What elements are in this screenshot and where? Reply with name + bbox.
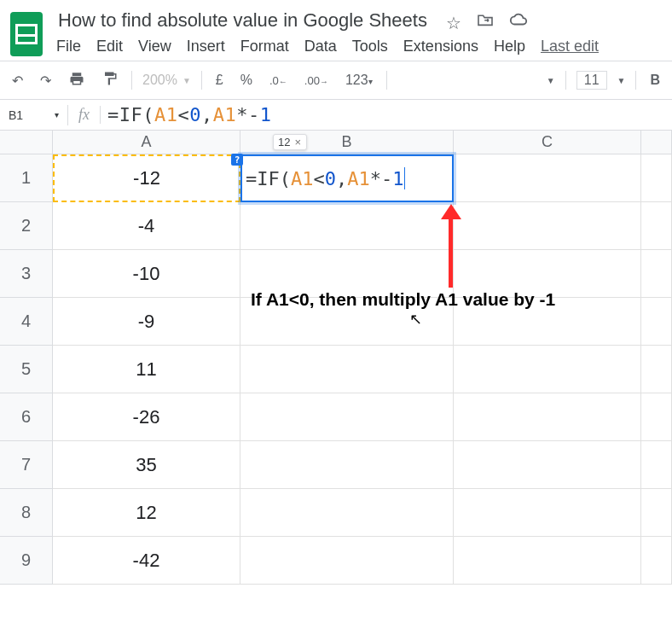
menu-insert[interactable]: Insert — [187, 38, 225, 55]
cell-B6[interactable] — [240, 393, 454, 441]
row-header-2[interactable]: 2 — [0, 202, 53, 250]
cell-A4[interactable]: -9 — [53, 298, 240, 346]
text-caret — [404, 167, 405, 189]
menu-help[interactable]: Help — [494, 38, 525, 55]
select-all-corner[interactable] — [0, 131, 53, 154]
cell-B7[interactable] — [240, 441, 454, 489]
cell-B3[interactable] — [240, 250, 454, 298]
cell-extra[interactable] — [641, 154, 672, 202]
cell-C9[interactable] — [454, 537, 641, 585]
cell-A6[interactable]: -26 — [53, 393, 240, 441]
cell-A9[interactable]: -42 — [53, 537, 240, 585]
cell-B4[interactable] — [240, 298, 454, 346]
formula-input[interactable]: =IF(A1<0,A1*-1 — [101, 102, 672, 127]
separator — [201, 71, 202, 90]
cell-extra[interactable] — [641, 346, 672, 393]
cell-C7[interactable] — [454, 441, 641, 489]
cell-reference: B1 — [9, 108, 23, 122]
row-header-7[interactable]: 7 — [0, 441, 53, 489]
col-header-A[interactable]: A — [53, 131, 240, 154]
cell-A8[interactable]: 12 — [53, 489, 240, 537]
menu-data[interactable]: Data — [304, 38, 337, 55]
cell-extra[interactable] — [641, 298, 672, 346]
row-header-3[interactable]: 3 — [0, 250, 53, 298]
cell-extra[interactable] — [641, 393, 672, 441]
row: 7 35 — [0, 441, 672, 489]
cell-extra[interactable] — [641, 250, 672, 298]
row: 8 12 — [0, 489, 672, 537]
document-title[interactable]: How to find absolute value in Google She… — [55, 7, 431, 34]
menubar: File Edit View Insert Format Data Tools … — [55, 34, 662, 61]
row-header-1[interactable]: 1 — [0, 154, 53, 202]
undo-icon[interactable]: ↶ — [9, 69, 26, 92]
cell-C8[interactable] — [454, 489, 641, 537]
menu-extensions[interactable]: Extensions — [403, 38, 478, 55]
chevron-down-icon[interactable]: ▼ — [617, 76, 626, 85]
more-formats-button[interactable]: 123▾ — [342, 69, 376, 91]
cloud-icon[interactable] — [509, 13, 528, 33]
name-box[interactable]: B1 ▾ — [0, 105, 68, 125]
cell-B2[interactable] — [240, 202, 454, 250]
cell-C3[interactable] — [454, 250, 641, 298]
cell-A7[interactable]: 35 — [53, 441, 240, 489]
percent-button[interactable]: % — [237, 69, 256, 91]
cell-A2[interactable]: -4 — [53, 202, 240, 250]
cell-B9[interactable] — [240, 537, 454, 585]
chevron-down-icon: ▼ — [182, 76, 191, 85]
print-icon[interactable] — [65, 67, 89, 93]
cell-C1[interactable] — [454, 154, 641, 202]
sheets-logo-icon[interactable] — [10, 12, 43, 56]
cell-B8[interactable] — [240, 489, 454, 537]
menu-file[interactable]: File — [56, 38, 81, 55]
font-size-input[interactable]: 11 — [576, 71, 607, 90]
star-icon[interactable]: ☆ — [446, 13, 461, 33]
cell-C5[interactable] — [454, 346, 641, 393]
cell-C2[interactable] — [454, 202, 641, 250]
currency-button[interactable]: £ — [212, 69, 227, 91]
menu-tools[interactable]: Tools — [352, 38, 388, 55]
formula-help-icon[interactable]: ? — [231, 154, 243, 166]
row-header-4[interactable]: 4 — [0, 298, 53, 346]
separator — [635, 71, 636, 90]
menu-view[interactable]: View — [138, 38, 171, 55]
separator — [565, 71, 566, 90]
cell-extra[interactable] — [641, 489, 672, 537]
bold-button[interactable]: B — [646, 69, 663, 91]
cell-A1[interactable]: -12 — [53, 154, 240, 202]
row-header-6[interactable]: 6 — [0, 393, 53, 441]
zoom-value: 200% — [142, 73, 177, 88]
close-icon[interactable]: × — [294, 136, 301, 148]
increase-decimal-button[interactable]: .00→ — [301, 71, 332, 90]
menu-format[interactable]: Format — [240, 38, 289, 55]
decrease-decimal-button[interactable]: .0← — [266, 71, 291, 90]
cell-A3[interactable]: -10 — [53, 250, 240, 298]
cell-B5[interactable] — [240, 346, 454, 393]
cell-extra[interactable] — [641, 537, 672, 585]
row: 5 11 — [0, 346, 672, 393]
cell-B1-editing[interactable]: ? 12 × =IF(A1<0,A1*-1 — [240, 154, 454, 202]
chevron-down-icon[interactable]: ▼ — [547, 76, 555, 85]
chevron-down-icon: ▾ — [55, 110, 59, 119]
paint-format-icon[interactable] — [99, 67, 121, 94]
cell-C6[interactable] — [454, 393, 641, 441]
redo-icon[interactable]: ↷ — [37, 69, 55, 92]
last-edit-link[interactable]: Last edit — [541, 38, 599, 55]
row-header-9[interactable]: 9 — [0, 537, 53, 585]
fx-label: fx — [68, 106, 101, 124]
chevron-down-icon: ▾ — [368, 77, 373, 86]
row-header-8[interactable]: 8 — [0, 489, 53, 537]
row: 9 -42 — [0, 537, 672, 585]
move-icon[interactable] — [477, 13, 494, 33]
col-header-C[interactable]: C — [454, 131, 641, 154]
row: 3 -10 — [0, 250, 672, 298]
row-header-5[interactable]: 5 — [0, 346, 53, 393]
header: How to find absolute value in Google She… — [0, 0, 672, 61]
zoom-select[interactable]: 200% ▼ — [142, 73, 191, 88]
col-header-extra[interactable] — [641, 131, 672, 154]
cell-extra[interactable] — [641, 441, 672, 489]
cell-C4[interactable] — [454, 298, 641, 346]
cell-extra[interactable] — [641, 202, 672, 250]
menu-edit[interactable]: Edit — [96, 38, 123, 55]
separator — [386, 71, 387, 90]
cell-A5[interactable]: 11 — [53, 346, 240, 393]
